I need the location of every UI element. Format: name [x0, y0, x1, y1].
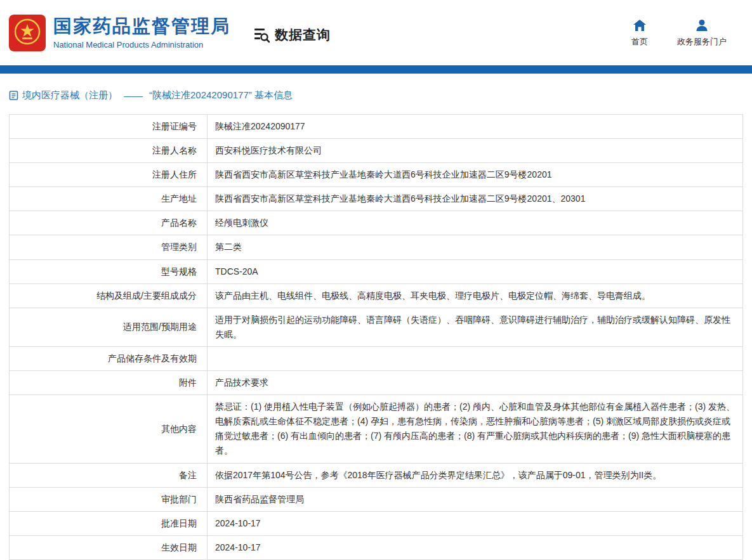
field-label: 产品名称	[10, 211, 208, 235]
field-label: 其他内容	[10, 395, 208, 462]
nmpa-logo	[9, 15, 46, 51]
brand-block: 国家药品监督管理局 National Medical Products Admi…	[53, 16, 230, 49]
field-value: 陕西省西安市高新区草堂科技产业基地秦岭大道西6号科技企业加速器二区9号楼2020…	[208, 163, 742, 186]
nav-home[interactable]: 首页	[631, 18, 648, 48]
field-label: 审批部门	[10, 488, 208, 511]
document-icon	[9, 91, 18, 100]
person-icon	[695, 18, 709, 32]
site-title: 国家药品监督管理局	[53, 16, 230, 37]
field-value: 2024-10-17	[208, 512, 742, 535]
table-row-approval-department: 审批部门 陕西省药品监督管理局	[10, 488, 742, 512]
field-label: 结构及组成/主要组成成分	[10, 284, 208, 308]
field-label: 注册人名称	[10, 139, 208, 162]
national-emblem-icon	[13, 18, 41, 48]
field-label: 备注	[10, 464, 208, 487]
data-query-icon	[253, 27, 270, 43]
page-header: 国家药品监督管理局 National Medical Products Admi…	[0, 0, 752, 65]
field-label: 批准日期	[10, 512, 208, 535]
field-label: 产品储存条件及有效期	[10, 347, 208, 370]
field-label: 附件	[10, 371, 208, 394]
field-value: 西安科悦医疗技术有限公司	[208, 139, 742, 162]
field-value: 经颅电刺激仪	[208, 211, 742, 235]
field-label: 管理类别	[10, 235, 208, 259]
nav-portal-label: 政务服务门户	[677, 36, 727, 48]
table-row-storage-conditions: 产品储存条件及有效期	[10, 347, 742, 371]
site-subtitle: National Medical Products Administration	[53, 40, 230, 49]
table-row-other-content: 其他内容 禁忌证：(1) 使用植入性电子装置（例如心脏起搏器）的患者；(2) 颅…	[10, 395, 742, 463]
table-row-model-spec: 型号规格 TDCS-20A	[10, 260, 742, 284]
table-row-production-address: 生产地址 陕西省西安市高新区草堂科技产业基地秦岭大道西6号科技企业加速器二区9号…	[10, 187, 742, 211]
breadcrumb-separator: ——	[124, 90, 143, 101]
field-value: 2024-10-17	[208, 536, 742, 559]
field-value: 禁忌证：(1) 使用植入性电子装置（例如心脏起搏器）的患者；(2) 颅内、心脏和…	[208, 395, 742, 462]
registration-info-table: 注册证编号 陕械注准20242090177 注册人名称 西安科悦医疗技术有限公司…	[9, 114, 743, 560]
table-row-effective-date: 生效日期 2024-10-17	[10, 536, 742, 560]
field-label: 适用范围/预期用途	[10, 308, 208, 346]
nav-home-label: 首页	[631, 36, 648, 48]
table-row-registration-number: 注册证编号 陕械注准20242090177	[10, 115, 742, 139]
field-value: 陕西省药品监督管理局	[208, 488, 742, 511]
nav-portal[interactable]: 政务服务门户	[677, 18, 727, 48]
header-divider-bar	[0, 65, 752, 74]
table-row-management-class: 管理类别 第二类	[10, 235, 742, 259]
table-row-registrant-address: 注册人住所 陕西省西安市高新区草堂科技产业基地秦岭大道西6号科技企业加速器二区9…	[10, 163, 742, 187]
table-row-intended-use: 适用范围/预期用途 适用于对脑损伤引起的运动功能障碍、语言障碍（失语症）、吞咽障…	[10, 308, 742, 347]
table-row-product-name: 产品名称 经颅电刺激仪	[10, 211, 742, 235]
table-row-registrant-name: 注册人名称 西安科悦医疗技术有限公司	[10, 139, 742, 163]
field-value: 适用于对脑损伤引起的运动功能障碍、语言障碍（失语症）、吞咽障碍、意识障碍进行辅助…	[208, 308, 742, 346]
field-label: 生产地址	[10, 187, 208, 211]
home-icon	[633, 18, 647, 32]
field-value: 产品技术要求	[208, 371, 742, 394]
field-value	[208, 347, 742, 370]
field-label: 生效日期	[10, 536, 208, 559]
field-value: 第二类	[208, 235, 742, 259]
field-label: 型号规格	[10, 260, 208, 283]
field-value: 陕西省西安市高新区草堂科技产业基地秦岭大道西6号科技企业加速器二区9号楼2020…	[208, 187, 742, 211]
field-value: 陕械注准20242090177	[208, 115, 742, 138]
field-label: 注册证编号	[10, 115, 208, 138]
breadcrumb-category[interactable]: 境内医疗器械（注册）	[22, 89, 117, 101]
table-row-structure-composition: 结构及组成/主要组成成分 该产品由主机、电线组件、电极线、高精度电极、耳夹电极、…	[10, 284, 742, 308]
data-query-title: 数据查询	[275, 26, 331, 44]
table-row-remarks: 备注 依据2017年第104号公告，参考《2018年医疗器械产品分类界定结果汇总…	[10, 464, 742, 488]
breadcrumb-current: “陕械注准20242090177” 基本信息	[149, 89, 293, 101]
field-label: 注册人住所	[10, 163, 208, 186]
breadcrumb: 境内医疗器械（注册） —— “陕械注准20242090177” 基本信息	[0, 88, 752, 103]
data-query-block: 数据查询	[253, 26, 331, 44]
table-row-attachments: 附件 产品技术要求	[10, 371, 742, 395]
field-value: 依据2017年第104号公告，参考《2018年医疗器械产品分类界定结果汇总》，该…	[208, 464, 742, 487]
top-nav: 首页 政务服务门户	[631, 18, 727, 48]
field-value: 该产品由主机、电线组件、电极线、高精度电极、耳夹电极、理疗电极片、电极定位帽、海…	[208, 284, 742, 308]
field-value: TDCS-20A	[208, 260, 742, 283]
table-row-approval-date: 批准日期 2024-10-17	[10, 512, 742, 536]
